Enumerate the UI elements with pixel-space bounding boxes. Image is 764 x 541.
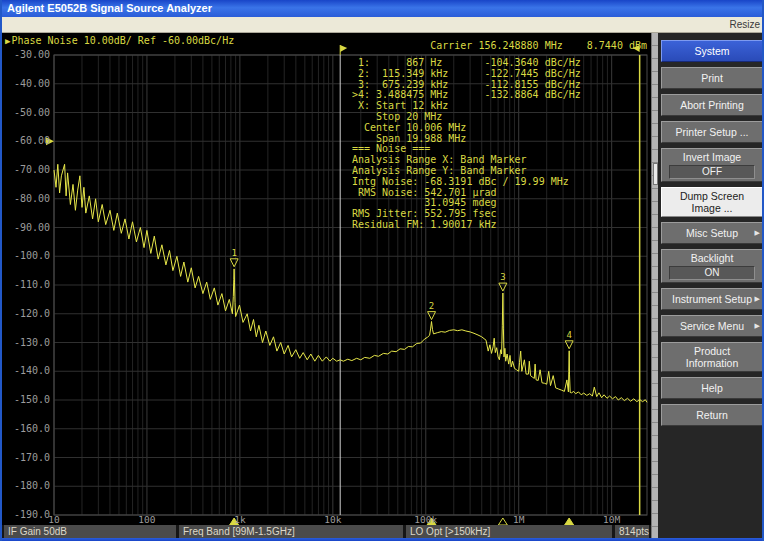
y-axis-tick-label: -50.00 [14, 107, 50, 118]
marker-4-glyph-icon[interactable] [565, 341, 573, 349]
x-axis-tick-label: 100k [414, 514, 437, 525]
y-axis-tick-label: -80.00 [14, 193, 50, 204]
y-axis-tick-label: -100.0 [14, 250, 50, 261]
softkey-value: OFF [669, 165, 755, 179]
lo-opt-indicator: LO Opt [>150kHz] [406, 525, 612, 538]
sidebar-button-printer-setup[interactable]: Printer Setup ... [661, 121, 763, 143]
softkey-label: Instrument Setup [672, 293, 752, 305]
x-axis-tick-label: 1k [234, 514, 246, 525]
softkey-label: Dump Screen Image ... [668, 190, 756, 214]
marker-2-glyph-icon[interactable] [428, 312, 436, 320]
sidebar-button-instrument-setup[interactable]: Instrument Setup▶ [661, 288, 763, 310]
softkey-label: Product Information [668, 345, 756, 369]
side-scrollbar[interactable] [651, 33, 658, 538]
band-start-flag-icon [340, 45, 347, 52]
submenu-arrow-icon: ▶ [755, 227, 760, 239]
x-axis-tick-label: 10k [324, 514, 341, 525]
active-trace-icon: ▶ [5, 36, 10, 46]
marker-4-axis-indicator-icon[interactable] [565, 518, 574, 525]
marker-1-number: 1 [231, 248, 236, 258]
sidebar-button-service-menu[interactable]: Service Menu▶ [661, 315, 763, 337]
softkey-sidebar: SystemPrintAbort PrintingPrinter Setup .… [658, 33, 764, 538]
sidebar-button-product-information[interactable]: Product Information [661, 342, 763, 372]
menu-strip: Resize [2, 17, 764, 33]
marker-4-number: 4 [566, 330, 571, 340]
y-axis-tick-label: -40.00 [14, 78, 50, 89]
y-axis-tick-label: -70.00 [14, 164, 50, 175]
y-axis-tick-label: -110.0 [14, 279, 50, 290]
y-axis-tick-label: -130.0 [14, 337, 50, 348]
sidebar-button-system[interactable]: System [661, 40, 763, 62]
y-axis-tick-label: -30.00 [14, 49, 50, 60]
y-axis-tick-label: -140.0 [14, 365, 50, 376]
softkey-label: Print [701, 72, 723, 84]
sidebar-button-backlight[interactable]: BacklightON [661, 249, 763, 283]
softkey-label: Printer Setup ... [676, 126, 749, 138]
points-indicator: 814pts [615, 525, 649, 538]
if-gain-indicator: IF Gain 50dB [4, 525, 176, 538]
instrument-screen: 1234-30.00-40.00-50.00-60.00-70.00-80.00… [2, 33, 651, 538]
window-title: Agilent E5052B Signal Source Analyzer [7, 2, 212, 14]
y-axis-tick-label: -90.00 [14, 222, 50, 233]
y-axis-tick-label: -120.0 [14, 308, 50, 319]
sidebar-button-help[interactable]: Help [661, 377, 763, 399]
y-axis-tick-label: -160.0 [14, 423, 50, 434]
x-axis-tick-label: 100 [138, 514, 155, 525]
marker-2-number: 2 [429, 301, 434, 311]
softkey-label: System [694, 45, 729, 57]
softkey-label: Service Menu [680, 320, 744, 332]
softkey-label: Abort Printing [680, 99, 744, 111]
x-axis-tick-label: 1M [513, 514, 525, 525]
marker-3-number: 3 [500, 272, 505, 282]
title-bar[interactable]: Agilent E5052B Signal Source Analyzer [2, 0, 764, 17]
trace-scale-label: Phase Noise 10.00dB/ Ref -60.00dBc/Hz [11, 35, 234, 46]
y-axis-tick-label: -180.0 [14, 480, 50, 491]
resize-label[interactable]: Resize [729, 19, 760, 30]
marker-3-glyph-icon[interactable] [499, 283, 507, 291]
x-axis-tick-label: 10 [48, 514, 60, 525]
analysis-line-11: Intg Noise: -68.3191 dBc / 19.99 MHz [352, 177, 581, 188]
sidebar-button-misc-setup[interactable]: Misc Setup▶ [661, 222, 763, 244]
app-window: Agilent E5052B Signal Source Analyzer Re… [0, 0, 764, 541]
analysis-line-1: 2: 115.349 kHz -122.7445 dBc/Hz [352, 69, 581, 80]
sidebar-button-invert-image[interactable]: Invert ImageOFF [661, 148, 763, 182]
submenu-arrow-icon: ▶ [755, 320, 760, 332]
sidebar-button-dump-screen-image[interactable]: Dump Screen Image ... [661, 187, 763, 217]
y-axis-tick-label: -190.0 [14, 509, 50, 520]
analysis-line-6: Center 10.006 MHz [352, 123, 581, 134]
y-axis-tick-label: -60.00 [14, 135, 50, 146]
softkey-label: Backlight [691, 252, 734, 264]
y-axis-tick-label: -170.0 [14, 452, 50, 463]
softkey-label: Help [701, 382, 723, 394]
status-bar: IF Gain 50dB Freq Band [99M-1.5GHz] LO O… [2, 525, 651, 538]
x-axis-tick-label: 10M [603, 514, 620, 525]
freq-band-indicator: Freq Band [99M-1.5GHz] [179, 525, 403, 538]
carrier-readout: Carrier 156.248880 MHz 8.7440 dBm [430, 40, 647, 51]
y-axis-tick-label: -150.0 [14, 394, 50, 405]
sidebar-button-abort-printing[interactable]: Abort Printing [661, 94, 763, 116]
sidebar-button-return[interactable]: Return [661, 404, 763, 426]
softkey-label: Return [696, 409, 728, 421]
submenu-arrow-icon: ▶ [755, 293, 760, 305]
softkey-label: Misc Setup [686, 227, 738, 239]
analysis-line-15: Residual FM: 1.90017 kHz [352, 220, 581, 231]
marker-3-axis-indicator-icon[interactable] [498, 518, 507, 525]
softkey-label: Invert Image [683, 151, 741, 163]
marker-analysis-readout: 1: 867 Hz -104.3640 dBc/Hz 2: 115.349 kH… [352, 58, 581, 231]
sidebar-button-print[interactable]: Print [661, 67, 763, 89]
softkey-value: ON [669, 266, 755, 280]
phase-noise-trace-header: ▶Phase Noise 10.00dB/ Ref -60.00dBc/Hz [5, 35, 234, 46]
